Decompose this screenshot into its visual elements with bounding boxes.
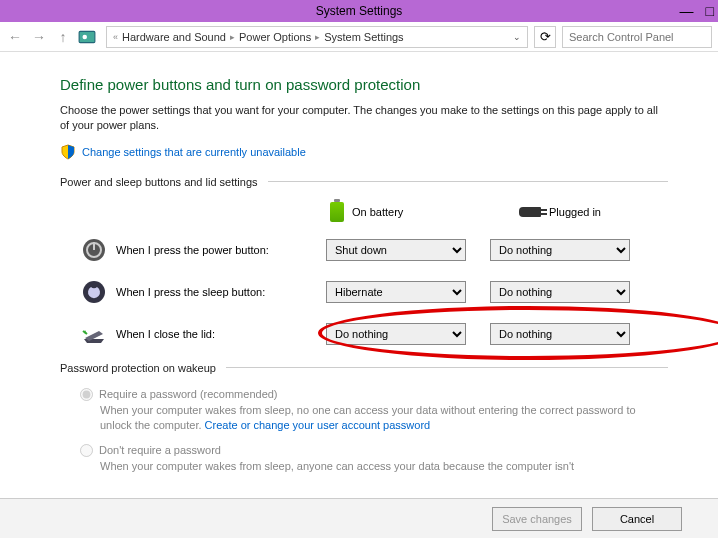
search-input[interactable] [562,26,712,48]
sleep-button-icon [80,278,108,306]
group-power-sleep-lid: Power and sleep buttons and lid settings [60,176,668,188]
svg-point-1 [83,34,88,39]
row-sleep-button: When I press the sleep button: Hibernate… [60,278,668,306]
column-on-battery: On battery [330,202,479,222]
battery-icon [330,202,344,222]
row-close-lid: When I close the lid: Do nothing Do noth… [60,320,668,348]
save-changes-button: Save changes [492,507,582,531]
dont-require-password-radio [80,444,93,457]
row-power-button: When I press the power button: Shut down… [60,236,668,264]
row-label: When I close the lid: [116,328,326,340]
shield-icon [60,144,76,160]
chevron-down-icon[interactable]: ⌄ [513,32,521,42]
page-title: Define power buttons and turn on passwor… [60,76,668,93]
minimize-icon[interactable]: — [680,3,694,19]
breadcrumb-root-icon: « [113,32,118,42]
require-password-desc: When your computer wakes from sleep, no … [80,403,668,434]
window-titlebar: System Settings — □ [0,0,718,22]
breadcrumb-item[interactable]: Hardware and Sound [122,31,226,43]
power-button-battery-select[interactable]: Shut down [326,239,466,261]
back-button[interactable]: ← [6,28,24,46]
up-button[interactable]: ↑ [54,28,72,46]
plug-icon [519,207,541,217]
require-password-radio [80,388,93,401]
forward-button[interactable]: → [30,28,48,46]
page-description: Choose the power settings that you want … [60,103,668,134]
dont-require-password-desc: When your computer wakes from sleep, any… [80,459,668,474]
chevron-right-icon: ▸ [230,32,235,42]
footer-bar: Save changes Cancel [0,498,718,538]
refresh-button[interactable]: ⟳ [534,26,556,48]
column-plugged-in: Plugged in [519,202,668,222]
create-password-link[interactable]: Create or change your user account passw… [205,419,431,431]
row-label: When I press the sleep button: [116,286,326,298]
navigation-bar: ← → ↑ « Hardware and Sound ▸ Power Optio… [0,22,718,52]
cancel-button[interactable]: Cancel [592,507,682,531]
require-password-label: Require a password (recommended) [99,388,278,400]
sleep-button-plugged-select[interactable]: Do nothing [490,281,630,303]
chevron-right-icon: ▸ [315,32,320,42]
breadcrumb-item[interactable]: Power Options [239,31,311,43]
group-password-protection: Password protection on wakeup [60,362,668,374]
lid-plugged-select[interactable]: Do nothing [490,323,630,345]
power-button-plugged-select[interactable]: Do nothing [490,239,630,261]
lid-icon [80,320,108,348]
sleep-button-battery-select[interactable]: Hibernate [326,281,466,303]
breadcrumb-item[interactable]: System Settings [324,31,403,43]
control-panel-icon [78,28,96,46]
dont-require-password-label: Don't require a password [99,444,221,456]
breadcrumb[interactable]: « Hardware and Sound ▸ Power Options ▸ S… [106,26,528,48]
change-settings-link[interactable]: Change settings that are currently unava… [82,146,306,158]
window-title: System Settings [316,4,403,18]
row-label: When I press the power button: [116,244,326,256]
maximize-icon[interactable]: □ [706,3,714,19]
lid-battery-select[interactable]: Do nothing [326,323,466,345]
power-button-icon [80,236,108,264]
